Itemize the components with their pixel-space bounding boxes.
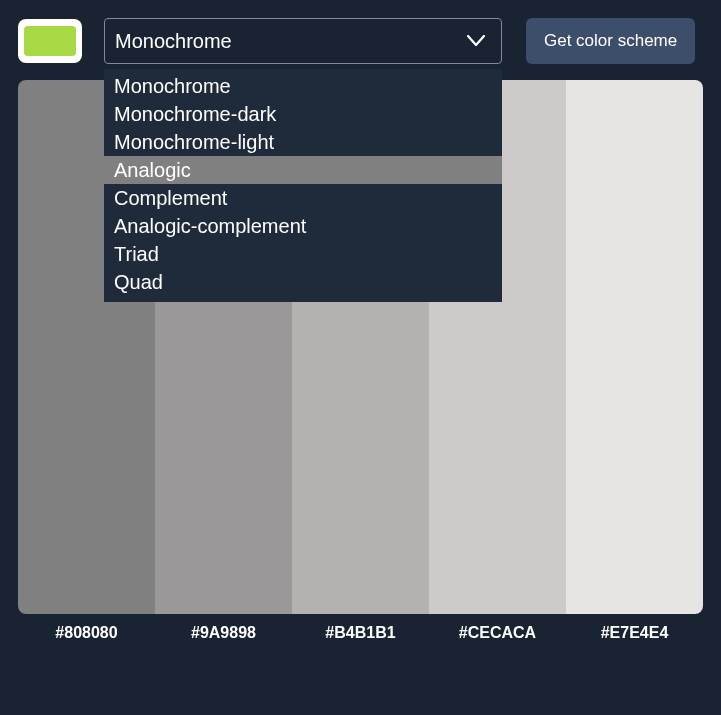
scheme-select-value: Monochrome [115,30,232,53]
hex-label: #B4B1B1 [292,624,429,642]
hex-label: #CECACA [429,624,566,642]
toolbar: Monochrome MonochromeMonochrome-darkMono… [18,18,703,64]
hex-label: #9A9898 [155,624,292,642]
dropdown-option[interactable]: Monochrome-light [104,128,502,156]
dropdown-option[interactable]: Analogic-complement [104,212,502,240]
hex-label: #808080 [18,624,155,642]
palette-column [566,80,703,614]
scheme-select[interactable]: Monochrome [104,18,502,64]
dropdown-option[interactable]: Triad [104,240,502,268]
scheme-select-wrapper: Monochrome MonochromeMonochrome-darkMono… [104,18,502,64]
dropdown-option[interactable]: Monochrome [104,72,502,100]
chevron-down-icon [467,35,485,47]
scheme-dropdown: MonochromeMonochrome-darkMonochrome-ligh… [104,69,502,302]
hex-label-row: #808080#9A9898#B4B1B1#CECACA#E7E4E4 [18,624,703,642]
color-swatch-inner [24,26,76,56]
get-color-scheme-button[interactable]: Get color scheme [526,18,695,64]
dropdown-option[interactable]: Quad [104,268,502,296]
dropdown-option[interactable]: Analogic [104,156,502,184]
dropdown-option[interactable]: Complement [104,184,502,212]
color-picker-swatch[interactable] [18,19,82,63]
hex-label: #E7E4E4 [566,624,703,642]
dropdown-option[interactable]: Monochrome-dark [104,100,502,128]
